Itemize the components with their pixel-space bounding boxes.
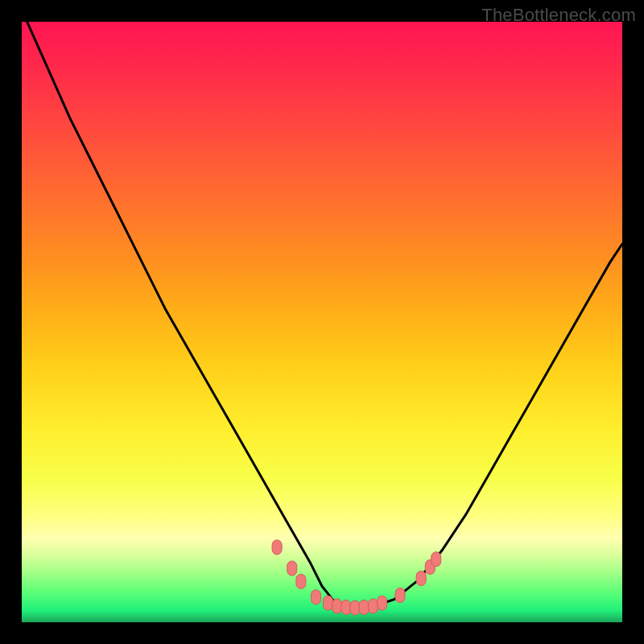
curve-marker	[287, 561, 297, 576]
curve-marker	[416, 572, 426, 586]
bottleneck-curve-svg	[22, 22, 622, 622]
curve-marker	[272, 540, 282, 555]
chart-frame: TheBottleneck.com	[0, 0, 644, 644]
curve-markers	[272, 540, 441, 615]
curve-marker	[395, 588, 405, 602]
curve-marker	[378, 596, 387, 610]
curve-marker	[368, 599, 378, 613]
plot-area	[22, 22, 622, 622]
watermark-text: TheBottleneck.com	[481, 5, 636, 26]
curve-marker	[324, 596, 333, 610]
curve-marker	[350, 601, 360, 615]
bottleneck-curve	[22, 10, 622, 608]
curve-marker	[341, 600, 351, 614]
curve-marker	[359, 600, 369, 614]
curve-marker	[332, 599, 342, 613]
curve-marker	[312, 590, 321, 605]
curve-marker	[296, 574, 306, 588]
curve-marker	[431, 552, 441, 567]
